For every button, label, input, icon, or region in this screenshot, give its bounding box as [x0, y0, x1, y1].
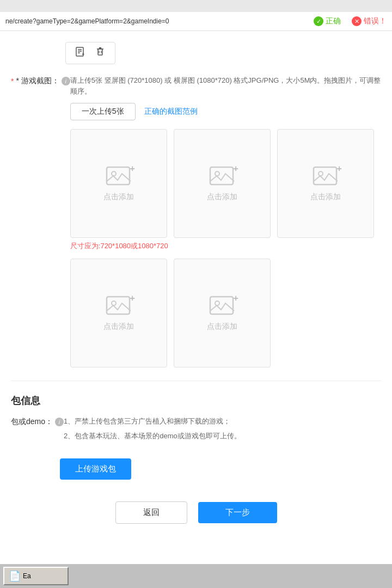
package-note-1: 1、严禁上传包含第三方广告植入和捆绑下载的游戏； — [64, 416, 381, 427]
image-placeholder-5[interactable]: + 点击添加 — [174, 259, 271, 367]
image-grid-bottom: + 点击添加 + 点击添加 — [70, 259, 381, 367]
svg-point-12 — [215, 171, 219, 176]
example-link[interactable]: 正确的截图范例 — [144, 107, 198, 117]
image-icon-5: + — [209, 295, 235, 316]
svg-point-10 — [112, 171, 116, 176]
plus-badge-1: + — [130, 164, 134, 174]
package-notes: 1、严禁上传包含第三方广告植入和捆绑下载的游戏； 2、包含基本玩法、基本场景的d… — [64, 416, 381, 445]
plus-badge-3: + — [336, 164, 341, 174]
delete-icon[interactable] — [94, 46, 106, 60]
footer-actions: 返回 下一步 — [11, 480, 381, 540]
placeholder-label-4: 点击添加 — [103, 322, 134, 332]
screenshot-section-row: * * 游戏截图： i 请上传5张 竖屏图 (392*588) 或 横屏图 (… — [11, 75, 381, 367]
toolbar-row — [65, 42, 381, 64]
error-label: 错误！ — [364, 16, 387, 26]
status-error: ✕ 错误！ — [352, 16, 387, 26]
taskbar: 📄 Ea — [0, 564, 392, 588]
size-warning: 尺寸应为:720*1080或1080*720 — [70, 241, 381, 251]
package-note-2: 2、包含基本玩法、基本场景的demo或游戏包即可上传。 — [64, 431, 381, 442]
next-button[interactable]: 下一步 — [198, 502, 277, 523]
plus-badge-2: + — [233, 164, 238, 174]
svg-point-16 — [112, 301, 116, 305]
placeholder-label-2: 点击添加 — [207, 192, 237, 202]
package-label-text: 包或demo： — [11, 417, 53, 427]
screenshot-label: * * 游戏截图： i — [11, 75, 70, 86]
edit-icon[interactable] — [75, 46, 87, 60]
x-icon: ✕ — [352, 16, 362, 26]
image-placeholder-2[interactable]: + 点击添加 — [174, 129, 271, 238]
screenshot-content: 请上传5张 竖屏图 (392*588) 或 横屏图 (588*392) 格式… — [70, 75, 381, 367]
status-area: ✓ 正确 ✕ 错误！ — [314, 16, 387, 26]
svg-rect-0 — [76, 47, 83, 56]
back-button[interactable]: 返回 — [115, 501, 187, 524]
taskbar-item[interactable]: 📄 Ea — [3, 567, 69, 585]
screenshot-label-text: * 游戏截图： — [16, 76, 59, 86]
image-placeholder-4[interactable]: + 点击添加 — [70, 259, 167, 367]
check-icon: ✓ — [314, 16, 323, 26]
image-placeholder-3[interactable]: + 点击添加 — [277, 129, 374, 238]
taskbar-icon: 📄 — [9, 570, 21, 582]
url-bar: ne/create?gameType=2&gamePlatform=2&game… — [0, 12, 392, 31]
package-label: 包或demo： i — [11, 416, 64, 427]
section-divider — [11, 381, 381, 381]
image-icon-3: + — [313, 165, 339, 187]
package-row: 包或demo： i 1、严禁上传包含第三方广告植入和捆绑下载的游戏； 2、包含基… — [11, 416, 381, 445]
package-info-icon[interactable]: i — [55, 418, 64, 426]
svg-rect-4 — [98, 49, 102, 55]
taskbar-item-label: Ea — [23, 572, 31, 580]
plus-badge-5: + — [233, 293, 238, 303]
svg-rect-11 — [210, 167, 233, 185]
plus-badge-4: + — [130, 293, 134, 303]
placeholder-label-1: 点击添加 — [103, 192, 134, 202]
svg-point-18 — [215, 301, 219, 305]
upload-game-btn[interactable]: 上传游戏包 — [60, 458, 131, 480]
screenshot-star: * — [11, 77, 14, 85]
placeholder-label-3: 点击添加 — [310, 192, 341, 202]
upload-5-button[interactable]: 一次上传5张 — [70, 103, 136, 120]
image-grid-top: + 点击添加 + 点击添加 — [70, 129, 381, 238]
svg-rect-17 — [210, 297, 233, 314]
correct-label: 正确 — [326, 16, 341, 26]
svg-rect-13 — [314, 167, 336, 185]
upload-actions: 一次上传5张 正确的截图范例 — [70, 103, 381, 120]
url-text: ne/create?gameType=2&gamePlatform=2&game… — [5, 17, 169, 25]
page-bg: * * 游戏截图： i 请上传5张 竖屏图 (392*588) 或 横屏图 (… — [0, 31, 392, 575]
package-section-title: 包信息 — [11, 394, 381, 407]
image-icon-1: + — [106, 165, 132, 187]
image-icon-2: + — [209, 165, 235, 187]
status-correct: ✓ 正确 — [314, 16, 341, 26]
svg-point-14 — [318, 171, 323, 176]
screenshot-info-icon[interactable]: i — [62, 77, 70, 85]
image-icon-4: + — [106, 295, 132, 316]
image-placeholder-1[interactable]: + 点击添加 — [70, 129, 167, 238]
svg-rect-9 — [107, 167, 130, 185]
main-content: * * 游戏截图： i 请上传5张 竖屏图 (392*588) 或 横屏图 (… — [0, 31, 392, 551]
top-bar — [0, 0, 392, 12]
screenshot-hint: 请上传5张 竖屏图 (392*588) 或 横屏图 (588*392) 格式… — [70, 75, 381, 96]
svg-rect-15 — [107, 297, 130, 314]
toolbar-box — [65, 42, 115, 64]
placeholder-label-5: 点击添加 — [207, 322, 237, 332]
